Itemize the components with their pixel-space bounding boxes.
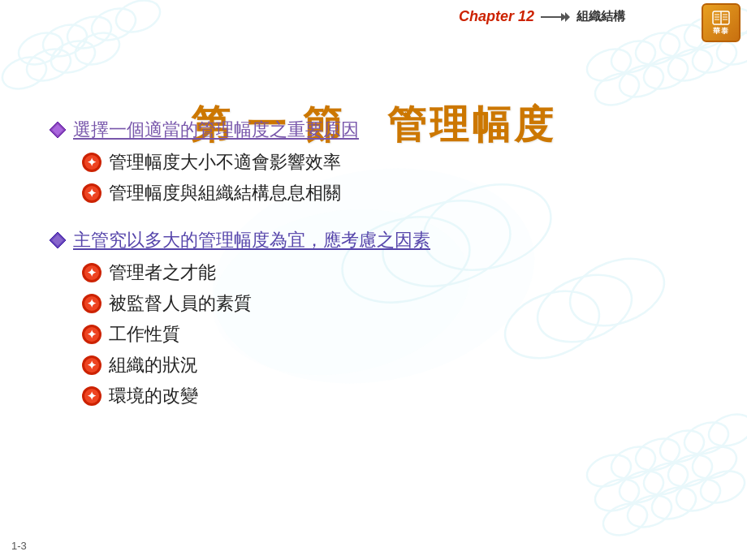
section1-header: 選擇一個適當的管理幅度之重要原因 bbox=[49, 118, 715, 142]
diamond-icon-1 bbox=[49, 121, 67, 139]
svg-text:✦: ✦ bbox=[87, 297, 97, 310]
bullet-text: 工作性質 bbox=[109, 322, 180, 347]
bullet-item: ✦ 環境的改變 bbox=[81, 384, 715, 408]
arrow-connector bbox=[541, 12, 570, 22]
bullet-item: ✦ 被監督人員的素質 bbox=[81, 291, 715, 316]
logo-icon bbox=[711, 10, 731, 26]
bullet-item: ✦ 組織的狀況 bbox=[81, 353, 715, 377]
svg-text:✦: ✦ bbox=[87, 266, 97, 279]
svg-text:✦: ✦ bbox=[87, 390, 97, 403]
bullet-item: ✦ 工作性質 bbox=[81, 322, 715, 347]
svg-text:✦: ✦ bbox=[87, 187, 97, 200]
content-area: 選擇一個適當的管理幅度之重要原因 ✦ 管理幅度大小不適會影響效率 ✦ 管理幅度與… bbox=[49, 118, 715, 424]
arrow-line bbox=[541, 16, 563, 18]
logo-container: 華泰 bbox=[702, 3, 741, 42]
section2-header-text: 主管究以多大的管理幅度為宜，應考慮之因素 bbox=[73, 228, 430, 252]
bullet-text: 管理者之才能 bbox=[109, 261, 216, 285]
section1-header-text: 選擇一個適當的管理幅度之重要原因 bbox=[73, 118, 359, 142]
star-icon-3: ✦ bbox=[81, 262, 102, 283]
logo-text: 華泰 bbox=[713, 26, 729, 37]
star-icon-4: ✦ bbox=[81, 293, 102, 314]
logo: 華泰 bbox=[702, 3, 741, 42]
bullet-text: 管理幅度大小不適會影響效率 bbox=[109, 150, 341, 174]
slide: Chapter 12 組織結構 華泰 bbox=[0, 0, 747, 560]
section2-bullets: ✦ 管理者之才能 ✦ 被監督人員的素質 ✦ bbox=[81, 261, 715, 408]
star-icon-6: ✦ bbox=[81, 355, 102, 376]
bullet-item: ✦ 管理幅度與組織結構息息相關 bbox=[81, 181, 715, 205]
section1-bullets: ✦ 管理幅度大小不適會影響效率 ✦ 管理幅度與組織結構息息相關 bbox=[81, 150, 715, 205]
bullet-item: ✦ 管理者之才能 bbox=[81, 261, 715, 285]
star-icon-2: ✦ bbox=[81, 183, 102, 204]
bullet-text: 組織的狀況 bbox=[109, 353, 198, 377]
slide-number: 1-3 bbox=[11, 540, 27, 552]
svg-text:✦: ✦ bbox=[87, 156, 97, 169]
header-row: Chapter 12 組織結構 bbox=[0, 8, 690, 25]
star-icon-5: ✦ bbox=[81, 324, 102, 345]
section2-header: 主管究以多大的管理幅度為宜，應考慮之因素 bbox=[49, 228, 715, 252]
chapter-label: Chapter 12 bbox=[459, 8, 534, 25]
section2-container: 主管究以多大的管理幅度為宜，應考慮之因素 ✦ 管理者之才能 ✦ bbox=[49, 228, 715, 408]
chapter-title-cn: 組織結構 bbox=[576, 9, 625, 24]
bullet-text: 環境的改變 bbox=[109, 384, 198, 408]
bullet-text: 管理幅度與組織結構息息相關 bbox=[109, 181, 341, 205]
bullet-text: 被監督人員的素質 bbox=[109, 291, 252, 316]
star-icon-1: ✦ bbox=[81, 152, 102, 173]
diamond-icon-2 bbox=[49, 231, 67, 249]
svg-text:✦: ✦ bbox=[87, 328, 97, 341]
bullet-item: ✦ 管理幅度大小不適會影響效率 bbox=[81, 150, 715, 174]
svg-text:✦: ✦ bbox=[87, 359, 97, 372]
star-icon-7: ✦ bbox=[81, 386, 102, 407]
